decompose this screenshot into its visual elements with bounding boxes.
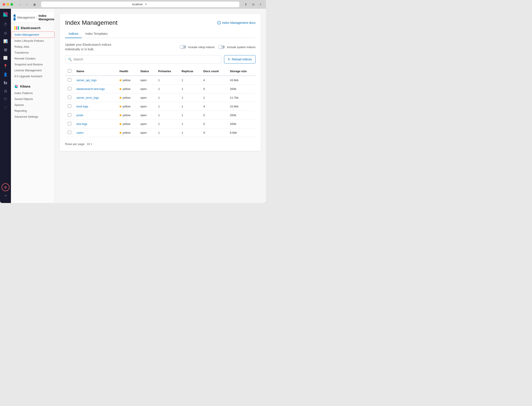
table-header-row: Name Health Status Primaries Replicas Do… [65,67,255,76]
select-all-checkbox[interactable] [68,69,71,73]
nav-item-reporting[interactable]: Reporting [11,108,54,114]
close-button[interactable] [3,3,5,6]
row-storage-size-6: 8.6kb [227,128,255,137]
row-storage-size-2: 11.7kb [227,94,255,102]
row-docs-count-4: 0 [201,111,227,120]
sidebar-item-uptime[interactable]: ♡ [1,104,9,112]
row-checkbox-1[interactable] [68,87,71,90]
nav-item-spaces[interactable]: Spaces [11,102,54,108]
row-checkbox-2[interactable] [68,96,71,99]
toggle-rollup[interactable]: ✕ [179,45,186,49]
sidebar-item-dashboard[interactable]: ▦ [1,45,9,53]
sidebar-item-logs[interactable] [1,79,9,87]
nav-item-lifecycle-policies[interactable]: Index Lifecycle Policies [11,38,54,44]
new-tab-button[interactable]: + [258,2,263,7]
maximize-button[interactable] [10,3,13,6]
index-link-5[interactable]: test-logs [77,122,87,126]
row-primaries-3: 1 [156,102,179,111]
health-value-2: yellow [123,96,130,99]
traffic-lights [3,3,13,6]
sidebar-item-canvas[interactable]: ⬜ [1,54,9,62]
row-name-3: boot-logs [74,102,117,111]
main-content: Index Management i Index Management docs… [55,9,266,203]
search-input[interactable] [73,58,219,61]
row-name-0: server_api_logs [74,76,117,85]
minimize-button[interactable] [7,3,9,6]
nav-gap [11,79,54,83]
nav-item-transforms[interactable]: Transforms [11,50,54,56]
page-reload-icon[interactable]: ↻ [144,2,148,7]
sidebar-item-stack[interactable]: ⊟ [1,87,9,95]
row-storage-size-4: 283b [227,111,255,120]
forward-button[interactable]: › [24,2,30,7]
row-status-6: open [138,128,156,137]
nav-item-index-patterns[interactable]: Index Patterns [11,90,54,96]
nav-item-index-management[interactable]: Index Management [11,31,54,38]
nav-topbar: D Management / Index Management ⚙ ✉ [11,12,54,23]
sidebar-item-maps[interactable]: 📍 [1,62,9,70]
tab-index-templates[interactable]: Index Templates [82,30,111,38]
index-link-4[interactable]: posts [77,114,83,117]
index-link-1[interactable]: elasticsearch-test-logs [77,87,105,91]
row-checkbox-3[interactable] [68,104,71,108]
health-dot-5 [120,123,121,125]
health-value-3: yellow [123,105,130,108]
row-checkbox-cell-0 [65,76,74,85]
search-reload-row: 🔍 ↻ Reload indices [65,55,255,63]
docs-link-text: Index Management docs [222,21,255,24]
row-name-5: test-logs [74,120,117,128]
address-bar[interactable]: localhost ↻ [41,1,239,7]
toggle-system[interactable]: ✕ [218,45,225,49]
nav-item-rollup-jobs[interactable]: Rollup Jobs [11,44,54,50]
tab-indices[interactable]: Indices [65,30,82,38]
row-storage-size-1: 283b [227,85,255,94]
back-button[interactable]: ‹ [17,2,23,7]
index-link-2[interactable]: server_error_logs [77,96,99,99]
sidebar-item-collapse[interactable]: ⇒ [1,192,9,200]
index-link-0[interactable]: server_api_logs [77,79,97,82]
nav-item-advanced-settings[interactable]: Advanced Settings [11,114,54,120]
row-checkbox-0[interactable] [68,78,71,82]
browser-titlebar: ‹ › ▣ localhost ↻ ⬆ ⧉ + [0,0,266,9]
row-checkbox-5[interactable] [68,122,71,125]
sidebar-item-discover[interactable]: ◎ [1,29,9,37]
rows-per-page-dropdown[interactable]: 10 ▾ [87,142,92,146]
toggle-system-group: ✕ Include system indices [218,45,255,49]
row-replicas-5: 1 [179,120,201,128]
health-dot-3 [120,106,121,107]
svg-rect-3 [6,82,7,84]
description-line2: individually or in bulk. [65,47,94,51]
toggle-rollup-group: ✕ Include rollup indices [179,45,215,49]
kibana-logo[interactable] [1,10,9,18]
row-health-6: yellow [117,128,138,137]
row-docs-count-6: 9 [201,128,227,137]
new-window-button[interactable]: ⧉ [250,2,256,7]
share-button[interactable]: ⬆ [243,2,249,7]
nav-item-upgrade-assistant[interactable]: 8.0 Upgrade Assistant [11,73,54,79]
nav-item-snapshot-restore[interactable]: Snapshot and Restore [11,61,54,67]
row-docs-count-2: 1 [201,94,227,102]
toggle-rollup-x: ✕ [184,46,186,48]
index-link-3[interactable]: boot-logs [77,105,88,108]
docs-link[interactable]: i Index Management docs [217,21,255,24]
sidebar-item-siem[interactable]: 🛡 [1,95,9,103]
user-avatar: D [14,14,15,21]
breadcrumb-separator: / [36,16,37,19]
index-link-6[interactable]: users [77,131,84,134]
sidebar-item-user[interactable]: 👤 [1,70,9,78]
nav-item-license-management[interactable]: License Management [11,67,54,73]
reload-button[interactable]: ↻ Reload indices [224,55,255,63]
sidebar-item-management[interactable]: ⚙ [1,183,9,191]
toggle-system-label: Include system indices [227,45,255,49]
sidebar-item-recent[interactable]: ⏱ [1,21,9,29]
table-row: test-logs yellow open 1 1 0 283b [65,120,255,128]
sidebar-toggle-button[interactable]: ▣ [31,2,38,7]
sidebar-bottom: ⚙ ⇒ [1,183,9,201]
nav-item-saved-objects[interactable]: Saved Objects [11,96,54,102]
nav-item-remote-clusters[interactable]: Remote Clusters [11,56,54,61]
row-checkbox-6[interactable] [68,130,71,134]
row-name-1: elasticsearch-test-logs [74,85,117,94]
row-checkbox-4[interactable] [68,113,71,116]
sidebar-item-visualize[interactable]: 📊 [1,37,9,45]
search-box: 🔍 [65,55,221,63]
